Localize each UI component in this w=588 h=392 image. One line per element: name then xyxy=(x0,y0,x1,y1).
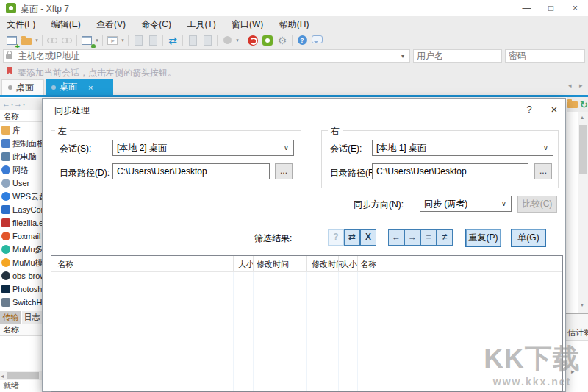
list-item[interactable]: WPS云盘 xyxy=(0,190,42,203)
forward-dropdown-icon[interactable]: ▾ xyxy=(23,101,25,107)
refresh-icon[interactable]: ↻ xyxy=(580,99,588,110)
name-column-header[interactable]: 名称 xyxy=(0,111,42,122)
up-folder-icon[interactable] xyxy=(567,101,578,108)
filter-equal-button[interactable]: = xyxy=(420,229,437,246)
run-icon: ▸ xyxy=(105,34,120,47)
password-input[interactable] xyxy=(505,49,585,63)
estimated-time-column-header[interactable]: 估计剩 xyxy=(567,327,588,338)
scroll-right-icon[interactable]: ▸ xyxy=(571,368,575,375)
close-button[interactable]: × xyxy=(563,0,587,16)
library-folder-icon xyxy=(1,126,10,135)
menu-edit[interactable]: 编辑(E) xyxy=(45,16,87,32)
chevron-down-icon: ∨ xyxy=(543,140,548,155)
remote-pane-toolbar: ↻ xyxy=(567,97,588,112)
menu-view[interactable]: 查看(V) xyxy=(90,16,132,32)
transfer-name-column-header[interactable]: 名称 xyxy=(0,324,42,336)
tab-log[interactable]: 日志 xyxy=(22,311,42,324)
list-item[interactable]: Foxmail xyxy=(0,229,42,243)
menu-tools[interactable]: 工具(T) xyxy=(180,16,222,32)
lock-icon xyxy=(6,54,12,59)
list-item[interactable]: 此电脑 xyxy=(0,150,42,163)
session-properties-dropdown-icon[interactable]: ▾ xyxy=(94,38,100,43)
scrollbar-thumb[interactable] xyxy=(7,372,39,379)
col-header-name-left[interactable]: 名称 xyxy=(57,259,74,270)
list-item[interactable]: EasyConn xyxy=(0,203,42,216)
col-header-mtime-left[interactable]: 修改时间 xyxy=(257,259,289,270)
compare-table[interactable]: 名称 大小 修改时间 修改时间 大小 名称 xyxy=(51,255,563,392)
list-item[interactable]: SwitchHo xyxy=(0,296,42,309)
right-path-input[interactable]: C:\Users\User\Desktop xyxy=(372,163,528,179)
scrollbar-thumb[interactable] xyxy=(579,125,587,174)
toolbar-separator xyxy=(42,35,43,46)
scroll-up-icon[interactable]: ▴ xyxy=(581,114,584,121)
list-item[interactable]: 库 xyxy=(0,124,42,137)
xshell-icon[interactable] xyxy=(245,34,260,47)
username-input[interactable] xyxy=(413,49,502,63)
left-session-select[interactable]: [本地 2] 桌面 ∨ xyxy=(112,140,294,156)
copy-icon xyxy=(185,34,200,47)
filter-conflict-button[interactable]: ⇄ xyxy=(344,229,360,246)
col-header-name-right[interactable]: 名称 xyxy=(360,259,376,270)
list-item[interactable]: WPS Off xyxy=(0,309,42,310)
tab-transfer[interactable]: 传输 xyxy=(0,311,21,324)
right-browse-button[interactable]: ... xyxy=(534,163,552,179)
xftp-icon[interactable] xyxy=(260,34,275,47)
right-session-select[interactable]: [本地 1] 桌面 ∨ xyxy=(372,140,553,156)
easyconn-icon xyxy=(1,205,10,214)
scroll-down-icon[interactable]: ▾ xyxy=(581,302,584,308)
open-folder-dropdown-icon[interactable]: ▾ xyxy=(34,38,40,43)
list-item[interactable]: filezilla.ex xyxy=(0,216,42,229)
list-item[interactable]: 控制面板 xyxy=(0,137,42,150)
single-button[interactable]: 单(G) xyxy=(511,229,546,247)
session-tab-desktop[interactable]: 桌面 xyxy=(1,79,44,95)
help-icon[interactable]: ? xyxy=(295,34,309,47)
col-header-size-right[interactable]: 大小 xyxy=(341,259,357,270)
filter-left-only-button[interactable]: ← xyxy=(388,229,404,246)
dialog-close-button[interactable]: × xyxy=(545,102,563,116)
tab-close-icon[interactable]: × xyxy=(88,83,93,92)
open-folder-icon[interactable] xyxy=(19,34,34,47)
menu-window[interactable]: 窗口(W) xyxy=(225,16,270,32)
forward-icon[interactable]: → xyxy=(14,99,22,108)
list-item[interactable]: User xyxy=(0,177,42,190)
back-icon[interactable]: ← xyxy=(2,99,10,108)
list-item[interactable]: 网络 xyxy=(0,163,42,177)
minimize-button[interactable]: — xyxy=(514,0,539,16)
col-header-mtime-right[interactable]: 修改时间 xyxy=(312,259,344,270)
right-group-box xyxy=(321,130,559,188)
accent-divider xyxy=(0,95,588,97)
list-item[interactable]: MuMu模 xyxy=(0,256,42,269)
record-dropdown-icon: ▾ xyxy=(234,38,240,43)
host-dropdown-icon[interactable]: ▾ xyxy=(401,53,404,60)
list-item[interactable]: MuMu多 xyxy=(0,243,42,256)
back-dropdown-icon[interactable]: ▾ xyxy=(11,101,13,107)
filter-not-equal-button[interactable]: ≠ xyxy=(437,229,453,246)
menu-command[interactable]: 命令(C) xyxy=(135,16,178,32)
sync-direction-select[interactable]: 同步 (两者) ∨ xyxy=(420,196,512,212)
tab-scroll-left-icon[interactable]: ◂ xyxy=(568,82,572,89)
left-path-input[interactable]: C:\Users\User\Desktop xyxy=(112,163,270,179)
sync-dialog: 同步处理 ? × 左 会话(S): [本地 2] 桌面 ∨ 目录路径(D): C… xyxy=(42,98,566,392)
session-tab-desktop-active[interactable]: 桌面 × xyxy=(46,79,113,95)
menu-file[interactable]: 文件(F) xyxy=(0,16,42,32)
settings-gear-icon[interactable]: ⚙ xyxy=(275,34,290,47)
left-browse-button[interactable]: ... xyxy=(275,163,293,179)
maximize-button[interactable]: □ xyxy=(539,0,563,16)
repeat-button[interactable]: 重复(P) xyxy=(465,229,501,247)
session-properties-icon[interactable] xyxy=(79,34,94,47)
new-session-icon[interactable]: + xyxy=(4,34,19,47)
chevron-down-icon: ∨ xyxy=(501,196,506,211)
list-item[interactable]: Photosho xyxy=(0,282,42,296)
obs-browser-icon xyxy=(1,271,10,280)
tab-scroll-right-icon[interactable]: ▸ xyxy=(579,82,583,89)
filter-right-only-button[interactable]: → xyxy=(404,229,420,246)
host-input[interactable] xyxy=(3,49,410,63)
list-item[interactable]: obs-brow xyxy=(0,269,42,282)
col-header-size-left[interactable]: 大小 xyxy=(238,259,254,270)
filter-mismatch-button[interactable]: X xyxy=(360,229,376,246)
feedback-icon[interactable] xyxy=(309,34,324,47)
menu-help[interactable]: 帮助(H) xyxy=(273,16,316,32)
dialog-help-button[interactable]: ? xyxy=(520,102,538,116)
scroll-left-icon[interactable]: ◂ xyxy=(1,373,4,379)
transfer-sync-icon[interactable]: ⇄ xyxy=(165,34,180,47)
